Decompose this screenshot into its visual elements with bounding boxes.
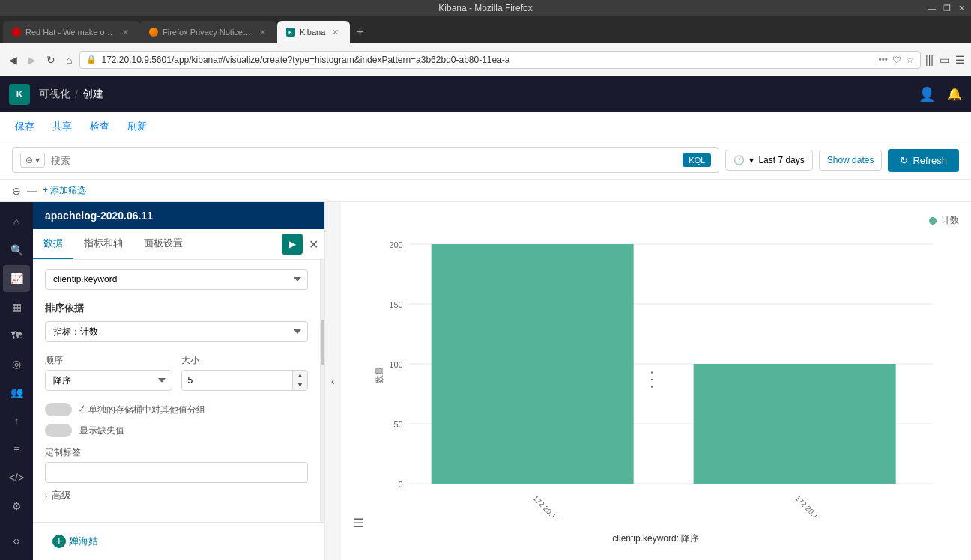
chart-area: 计数 200 150 100 50 0 数量	[341, 202, 971, 560]
size-label: 大小	[181, 354, 309, 367]
filter-minus-icon[interactable]: ⊖	[12, 185, 21, 197]
maximize-button[interactable]: ❐	[943, 1, 951, 15]
advanced-label: 高级	[52, 489, 71, 502]
sibling-button[interactable]: + 婵海姑	[45, 530, 106, 553]
order-select[interactable]: 降序	[45, 370, 172, 391]
size-decrement[interactable]: ▼	[293, 380, 307, 390]
tab-redhat-close[interactable]: ✕	[120, 27, 131, 38]
size-input[interactable]	[182, 371, 293, 390]
chart-legend: 计数	[353, 214, 959, 227]
time-range-label: Last 7 days	[758, 155, 804, 165]
field-select[interactable]: clientip.keyword	[45, 269, 308, 290]
url-bookmark-icon[interactable]: ☆	[906, 55, 914, 65]
tab-kibana[interactable]: K Kibana ✕	[277, 21, 350, 43]
sidebar-item-dev[interactable]: </>	[3, 464, 30, 491]
scrollbar-track[interactable]	[320, 260, 324, 522]
sidebar-item-apm[interactable]: ◎	[3, 350, 30, 377]
close-panel-button[interactable]: ✕	[303, 234, 324, 255]
order-label: 顺序	[45, 354, 172, 367]
dots-menu[interactable]: ···	[644, 371, 662, 392]
kql-badge[interactable]: KQL	[683, 153, 711, 167]
url-bar[interactable]: 🔒 172.20.10.9:5601/app/kibana#/visualize…	[79, 51, 921, 69]
minimize-button[interactable]: —	[928, 1, 936, 15]
sidebar-item-dashboard[interactable]: ▦	[3, 293, 30, 320]
hamburger-menu-icon[interactable]: ☰	[955, 54, 965, 66]
y-label-50: 50	[393, 420, 402, 429]
tab-firefox-close[interactable]: ✕	[257, 27, 268, 38]
chart-table-icon[interactable]: ☰	[353, 516, 363, 530]
new-tab-button[interactable]: +	[350, 22, 370, 43]
toggle-missing[interactable]	[45, 424, 72, 437]
show-dates-button[interactable]: Show dates	[819, 150, 883, 171]
url-more-icon[interactable]: •••	[878, 55, 888, 65]
sidebar-item-visualize[interactable]: 📈	[3, 265, 30, 292]
notifications-icon[interactable]: 🔔	[947, 87, 962, 101]
tab-metrics-axes[interactable]: 指标和轴	[73, 229, 133, 259]
sort-by-select[interactable]: 指标：计数	[45, 321, 308, 342]
refresh-button[interactable]: ↻ Refresh	[888, 149, 959, 172]
sidebar-item-map[interactable]: 🗺	[3, 322, 30, 349]
share-button[interactable]: 共享	[49, 118, 75, 135]
collapse-arrow-button[interactable]: ‹	[325, 202, 341, 560]
sidebar-item-logs[interactable]: ≡	[3, 436, 30, 463]
bookmarks-icon[interactable]: |||	[925, 54, 934, 66]
index-pattern-name: apachelog-2020.06.11	[45, 210, 153, 222]
bar-2[interactable]	[693, 364, 895, 484]
tab-firefox[interactable]: Firefox Privacy Notice — ... ✕	[140, 21, 277, 43]
chevron-down-icon: ▾	[749, 155, 754, 165]
run-button[interactable]: ▶	[282, 234, 303, 255]
nav-forward-button[interactable]: ▶	[25, 51, 39, 69]
x-label-1: 172.20.10.11	[531, 494, 568, 517]
tab-panel-settings[interactable]: 面板设置	[133, 229, 193, 259]
advanced-row[interactable]: › 高级	[45, 483, 308, 508]
filter-icon-button[interactable]: ⊝ ▾	[20, 153, 45, 168]
url-lock-icon: 🔒	[86, 55, 97, 64]
nav-home-button[interactable]: ⌂	[63, 51, 75, 69]
legend-dot	[929, 217, 937, 225]
sidebar-toggle-icon[interactable]: ▭	[940, 54, 949, 66]
tab-redhat[interactable]: Red Hat - We make open... ✕	[3, 21, 140, 43]
filter-dash: —	[27, 185, 37, 196]
toggle-others-label: 在单独的存储桶中对其他值分组	[79, 404, 205, 416]
app-shell: K 可视化 / 创建 👤 🔔 保存 共享 检查 刷新 ⊝ ▾ KQL 🕐	[0, 76, 971, 560]
filter-icon: ⊝	[25, 155, 33, 165]
sort-by-label: 排序依据	[45, 302, 308, 315]
close-button[interactable]: ✕	[958, 1, 965, 15]
user-avatar-icon[interactable]: 👤	[919, 86, 935, 103]
toggle-others[interactable]	[45, 403, 72, 416]
inspect-button[interactable]: 检查	[87, 118, 112, 135]
tab-bar: Red Hat - We make open... ✕ Firefox Priv…	[0, 16, 971, 43]
address-bar: ◀ ▶ ↻ ⌂ 🔒 172.20.10.9:5601/app/kibana#/v…	[0, 43, 971, 76]
filter-chevron-icon: ▾	[35, 155, 40, 165]
custom-label-input[interactable]	[45, 462, 308, 483]
breadcrumb-create: 创建	[82, 88, 103, 101]
custom-label-section: 定制标签	[45, 446, 308, 483]
tab-kibana-close[interactable]: ✕	[330, 27, 341, 38]
add-filter-button[interactable]: + 添加筛选	[43, 184, 86, 197]
sidebar-item-uptime[interactable]: ↑	[3, 407, 30, 434]
sidebar-item-settings[interactable]: ⚙	[3, 493, 30, 520]
sort-by-group: 排序依据 指标：计数	[45, 302, 308, 342]
bar-1[interactable]	[431, 244, 633, 484]
sidebar-collapse[interactable]: ‹›	[3, 527, 30, 554]
url-shield-icon: 🛡	[892, 55, 901, 65]
sidebar-item-discover[interactable]: 🔍	[3, 237, 30, 264]
size-increment[interactable]: ▲	[293, 371, 307, 380]
tab-data[interactable]: 数据	[33, 229, 73, 259]
sidebar-item-users[interactable]: 👥	[3, 379, 30, 406]
search-input[interactable]	[51, 155, 677, 166]
time-picker[interactable]: 🕐 ▾ Last 7 days	[725, 150, 812, 171]
scrollbar-thumb	[321, 320, 324, 365]
nav-refresh-button[interactable]: ↻	[43, 51, 58, 69]
legend-label: 计数	[941, 214, 959, 227]
nav-back-button[interactable]: ◀	[6, 51, 20, 69]
query-bar: ⊝ ▾ KQL 🕐 ▾ Last 7 days Show dates ↻ Ref…	[0, 141, 971, 180]
y-label-0: 0	[398, 480, 402, 489]
sidebar-item-home[interactable]: ⌂	[3, 208, 30, 235]
refresh-toolbar-button[interactable]: 刷新	[124, 118, 150, 135]
refresh-spin-icon: ↻	[900, 155, 908, 166]
kibana-favicon: K	[286, 28, 295, 37]
save-button[interactable]: 保存	[12, 118, 37, 135]
kibana-logo-icon: K	[9, 84, 30, 105]
breadcrumb-visualize[interactable]: 可视化	[39, 88, 70, 101]
